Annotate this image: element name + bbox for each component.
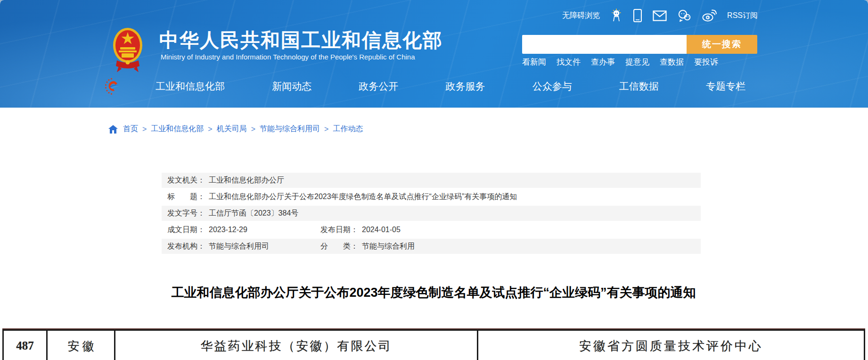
breadcrumb-miit[interactable]: 工业和信息化部 bbox=[151, 124, 204, 134]
main-nav: 工业和信息化部 新闻动态 政务公开 政务服务 公众参与 工信数据 专题专栏 bbox=[156, 77, 745, 96]
quick-link-documents[interactable]: 找文件 bbox=[557, 57, 581, 67]
utility-bar: 无障碍浏览 bbox=[562, 8, 758, 24]
meta-row-title: 标 题： 工业和信息化部办公厅关于公布2023年度绿色制造名单及试点推行“企业绿… bbox=[162, 189, 701, 204]
meta-label: 分 类： bbox=[320, 242, 358, 251]
meta-label: 成文日期： bbox=[167, 225, 205, 235]
quick-link-services[interactable]: 查办事 bbox=[591, 57, 615, 67]
robot-assistant-icon[interactable] bbox=[610, 8, 622, 23]
quick-link-news[interactable]: 看新闻 bbox=[522, 57, 546, 67]
nav-item-public-participation[interactable]: 公众参与 bbox=[532, 80, 572, 93]
meta-value: 工信厅节函〔2023〕384号 bbox=[209, 209, 298, 218]
table-cell-agency: 安徽省方圆质量技术评价中心 bbox=[478, 331, 864, 360]
nav-item-gov-disclosure[interactable]: 政务公开 bbox=[359, 80, 398, 93]
mail-icon bbox=[653, 10, 667, 21]
meta-value: 节能与综合利用司 bbox=[209, 242, 269, 251]
page: 无障碍浏览 bbox=[0, 0, 868, 360]
robot-icon bbox=[610, 8, 622, 23]
table-cell-province: 安徽 bbox=[48, 331, 115, 360]
meta-label: 发文机关： bbox=[167, 176, 205, 185]
meta-label: 发布日期： bbox=[320, 225, 358, 235]
mobile-link[interactable] bbox=[633, 8, 642, 23]
logo-block bbox=[112, 26, 143, 73]
meta-row-publisher: 发布机构： 节能与综合利用司 分 类： 节能与综合利用 bbox=[162, 239, 701, 254]
meta-row-doc-number: 发文字号： 工信厅节函〔2023〕384号 bbox=[162, 206, 701, 221]
scanned-list-table: 487 安徽 华益药业科技（安徽）有限公司 安徽省方圆质量技术评价中心 bbox=[2, 329, 865, 360]
article-title: 工业和信息化部办公厅关于公布2023年度绿色制造名单及试点推行“企业绿码”有关事… bbox=[165, 283, 702, 303]
breadcrumb: 首页 > 工业和信息化部 > 机关司局 > 节能与综合利用司 > 工作动态 bbox=[108, 124, 363, 134]
miit-e-logo-icon bbox=[104, 77, 121, 95]
meta-col2: 分 类： 节能与综合利用 bbox=[320, 242, 415, 251]
breadcrumb-separator: > bbox=[251, 125, 255, 134]
table-cell-company: 华益药业科技（安徽）有限公司 bbox=[115, 331, 478, 360]
site-subtitle: Ministry of Industry and Information Tec… bbox=[161, 53, 415, 61]
meta-row-issuing-agency: 发文机关： 工业和信息化部办公厅 bbox=[162, 173, 701, 188]
weibo-link[interactable] bbox=[702, 9, 717, 22]
meta-row-dates: 成文日期： 2023-12-29 发布日期： 2024-01-05 bbox=[162, 222, 701, 237]
nav-item-gov-services[interactable]: 政务服务 bbox=[445, 80, 485, 93]
home-icon bbox=[108, 125, 118, 134]
meta-label: 标 题： bbox=[167, 192, 205, 202]
meta-col2: 发布日期： 2024-01-05 bbox=[320, 225, 401, 235]
wechat-icon bbox=[677, 9, 691, 22]
breadcrumb-separator: > bbox=[142, 125, 147, 134]
doc-meta-table: 发文机关： 工业和信息化部办公厅 标 题： 工业和信息化部办公厅关于公布2023… bbox=[162, 173, 701, 255]
meta-value: 工业和信息化部办公厅关于公布2023年度绿色制造名单及试点推行“企业绿码”有关事… bbox=[209, 192, 517, 202]
national-emblem-icon bbox=[112, 26, 143, 73]
meta-label: 发文字号： bbox=[167, 209, 205, 218]
search-input[interactable] bbox=[522, 35, 687, 54]
nav-item-industry-data[interactable]: 工信数据 bbox=[619, 80, 659, 93]
nav-item-miit[interactable]: 工业和信息化部 bbox=[156, 80, 225, 93]
table-cell-number: 487 bbox=[4, 331, 48, 360]
meta-label: 发布机构： bbox=[167, 242, 205, 251]
meta-value: 节能与综合利用 bbox=[362, 242, 415, 251]
weibo-icon bbox=[702, 9, 717, 22]
accessibility-link[interactable]: 无障碍浏览 bbox=[562, 11, 600, 21]
breadcrumb-separator: > bbox=[324, 125, 328, 134]
breadcrumb-energy-dept[interactable]: 节能与综合利用司 bbox=[260, 124, 320, 134]
unified-search-button[interactable]: 统一搜索 bbox=[687, 35, 757, 54]
site-header: 无障碍浏览 bbox=[0, 0, 868, 108]
meta-value: 2024-01-05 bbox=[362, 226, 401, 234]
quick-links: 看新闻 找文件 查办事 提意见 查数据 要投诉 bbox=[522, 57, 718, 67]
site-title: 中华人民共和国工业和信息化部 bbox=[159, 27, 443, 53]
nav-item-special-topics[interactable]: 专题专栏 bbox=[706, 80, 745, 93]
mobile-icon bbox=[633, 8, 642, 23]
meta-value: 工业和信息化部办公厅 bbox=[209, 176, 284, 185]
rss-link[interactable]: RSS订阅 bbox=[727, 11, 758, 21]
mail-link[interactable] bbox=[653, 10, 667, 21]
wechat-link[interactable] bbox=[677, 9, 691, 22]
quick-link-data[interactable]: 查数据 bbox=[660, 57, 684, 67]
breadcrumb-separator: > bbox=[208, 125, 212, 134]
meta-value: 2023-12-29 bbox=[209, 226, 247, 234]
nav-item-news[interactable]: 新闻动态 bbox=[272, 80, 311, 93]
quick-link-complaints[interactable]: 要投诉 bbox=[694, 57, 718, 67]
search-box: 统一搜索 bbox=[522, 35, 757, 54]
breadcrumb-departments[interactable]: 机关司局 bbox=[217, 124, 247, 134]
breadcrumb-work-updates[interactable]: 工作动态 bbox=[333, 124, 363, 134]
breadcrumb-home[interactable]: 首页 bbox=[123, 124, 138, 134]
quick-link-suggestions[interactable]: 提意见 bbox=[625, 57, 649, 67]
